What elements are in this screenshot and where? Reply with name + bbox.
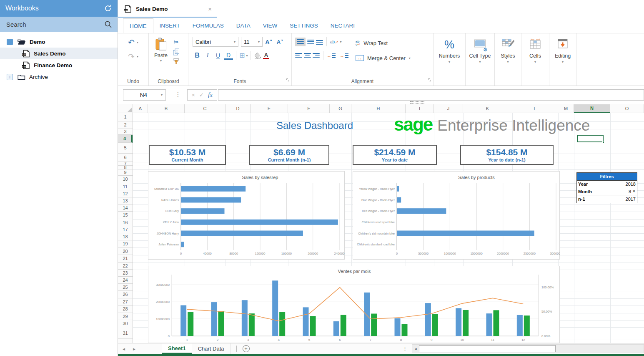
row-header-11[interactable]: 11 [118, 183, 133, 190]
alignment-dialog-launcher-icon[interactable] [428, 76, 431, 83]
filter-dropdown-icon[interactable]: ▼ [632, 189, 636, 193]
format-painter-icon[interactable] [173, 58, 180, 65]
filter-row-n-1[interactable]: n-12017 [577, 195, 637, 203]
borders-icon[interactable]: ⊞ [239, 52, 245, 59]
column-header-B[interactable]: B [148, 104, 185, 113]
row-header-12[interactable]: 12 [118, 190, 133, 198]
row-header-29[interactable]: 29 [118, 313, 133, 320]
row-header-4[interactable]: 4 [118, 135, 133, 143]
align-top-button[interactable] [295, 38, 306, 46]
scrollbar-thumb[interactable] [419, 345, 556, 352]
cell-type-button[interactable]: ⚙ Cell Type ▾ [466, 33, 495, 86]
column-header-H[interactable]: H [351, 104, 406, 113]
filter-row-month[interactable]: Month8▼ [577, 188, 637, 196]
undo-button[interactable]: ↶ [128, 38, 135, 46]
insert-function-icon[interactable]: fx [208, 91, 213, 98]
increase-font-size-button[interactable]: A▲ [265, 39, 273, 45]
styles-button[interactable]: Styles ▾ [495, 33, 521, 86]
undo-dropdown-icon[interactable]: ▾ [137, 40, 138, 44]
select-all-corner[interactable] [118, 104, 133, 113]
row-header-21[interactable]: 21 [118, 255, 133, 263]
increase-indent-button[interactable]: → [340, 53, 348, 58]
row-header-28[interactable]: 28 [118, 306, 133, 313]
expand-toggle-icon[interactable]: + [7, 74, 13, 80]
row-header-13[interactable]: 13 [118, 197, 133, 205]
row-header-30[interactable]: 30 [118, 320, 133, 328]
align-center-button[interactable] [304, 53, 311, 58]
tree-item-archive[interactable]: +Archive [0, 71, 118, 83]
add-sheet-button[interactable]: + [243, 345, 250, 352]
row-header-31[interactable]: 31 [118, 327, 133, 339]
formula-input[interactable] [218, 89, 644, 101]
column-header-K[interactable]: K [463, 104, 512, 113]
text-orientation-button[interactable]: ab↗ [330, 40, 338, 44]
row-header-15[interactable]: 15 [118, 212, 133, 219]
row-header-25[interactable]: 25 [118, 284, 133, 291]
column-header-E[interactable]: E [251, 104, 288, 113]
font-size-select[interactable]: 11 ▾ [241, 37, 263, 47]
wrap-text-button[interactable]: ab c↵ Wrap Text [356, 38, 411, 48]
row-header-20[interactable]: 20 [118, 247, 133, 255]
font-color-button[interactable]: A [263, 52, 269, 59]
row-header-8[interactable]: 8 [118, 166, 133, 169]
decrease-font-size-button[interactable]: A▼ [277, 39, 283, 45]
column-header-C[interactable]: C [185, 104, 226, 113]
tabbar-kebab-icon[interactable]: ⋮ [402, 346, 408, 352]
row-header-27[interactable]: 27 [118, 298, 133, 306]
sheet-nav-next-icon[interactable]: ▸ [130, 346, 139, 352]
ribbon-tab-view[interactable]: VIEW [257, 18, 284, 33]
column-header-O[interactable]: O [610, 104, 644, 113]
fill-color-icon[interactable] [254, 52, 262, 59]
refresh-icon[interactable] [104, 4, 112, 13]
filter-row-year[interactable]: Year2018 [577, 181, 637, 188]
tree-item-sales-demo[interactable]: XLSXSales Demo [0, 48, 118, 59]
editing-button[interactable]: Editing ▾ [549, 33, 576, 86]
row-header-5[interactable]: 5 [118, 143, 133, 154]
font-name-select[interactable]: Calibri ▾ [193, 37, 238, 47]
row-header-14[interactable]: 14 [118, 205, 133, 212]
column-header-J[interactable]: J [434, 104, 463, 113]
cut-icon[interactable]: ✂ [173, 38, 180, 46]
row-header-6[interactable]: 6 [118, 154, 133, 162]
borders-dropdown-icon[interactable]: ▾ [246, 54, 248, 58]
column-header-A[interactable]: A [133, 104, 148, 113]
row-header-26[interactable]: 26 [118, 291, 133, 298]
align-left-button[interactable] [295, 53, 302, 58]
row-header-2[interactable]: 2 [118, 121, 133, 129]
decrease-indent-button[interactable]: ← [327, 53, 336, 58]
cancel-icon[interactable]: × [192, 92, 195, 98]
redo-button[interactable]: ↷ [128, 53, 135, 61]
row-header-18[interactable]: 18 [118, 233, 133, 240]
fonts-dialog-launcher-icon[interactable] [286, 76, 290, 83]
formula-bar-resize-handle[interactable] [410, 101, 425, 104]
ribbon-tab-insert[interactable]: INSERT [153, 18, 186, 33]
copy-icon[interactable] [173, 48, 180, 56]
column-header-F[interactable]: F [288, 104, 330, 113]
search-icon[interactable] [104, 20, 112, 28]
collapse-toggle-icon[interactable]: − [7, 39, 13, 45]
scroll-left-icon[interactable]: ◂ [412, 346, 419, 351]
row-header-22[interactable]: 22 [118, 263, 133, 270]
align-right-button[interactable] [313, 53, 320, 58]
sheet-nav-prev-icon[interactable]: ◂ [118, 346, 130, 352]
document-tab-sales-demo[interactable]: XLSX Sales Demo × [118, 1, 217, 18]
row-header-19[interactable]: 19 [118, 240, 133, 247]
row-header-17[interactable]: 17 [118, 226, 133, 234]
underline-button[interactable]: U [213, 51, 223, 60]
row-header-9[interactable]: 9 [118, 169, 133, 176]
column-header-N[interactable]: N [574, 104, 610, 113]
redo-dropdown-icon[interactable]: ▾ [137, 55, 138, 58]
ribbon-tab-nectari[interactable]: NECTARI [324, 18, 361, 33]
column-header-G[interactable]: G [330, 104, 351, 113]
ribbon-tab-settings[interactable]: SETTINGS [283, 18, 324, 33]
sheet-tab-sheet1[interactable]: Sheet1 [162, 343, 192, 354]
ribbon-tab-data[interactable]: DATA [230, 18, 257, 33]
orientation-dropdown-icon[interactable]: ▾ [340, 40, 342, 44]
row-header-3[interactable]: 3 [118, 129, 133, 135]
merge-center-button[interactable]: ↔ Merge & Center ▾ [356, 53, 411, 63]
align-bottom-button[interactable] [316, 39, 323, 45]
column-header-M[interactable]: M [558, 104, 574, 113]
row-header-23[interactable]: 23 [118, 270, 133, 277]
confirm-icon[interactable]: ✓ [199, 92, 204, 98]
kebab-menu-icon[interactable]: ⋮ [175, 91, 181, 98]
